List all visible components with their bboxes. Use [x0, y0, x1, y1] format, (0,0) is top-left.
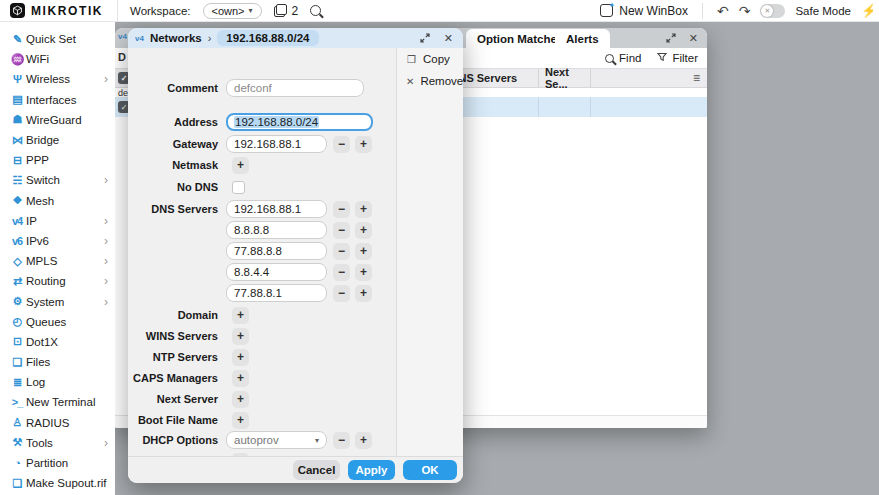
- sidebar-item-files[interactable]: ❏ Files: [0, 352, 115, 372]
- window-count-button[interactable]: 2: [274, 4, 299, 18]
- new-winbox-button[interactable]: ✦ New WinBox: [600, 4, 688, 18]
- dns-server-input-1[interactable]: 192.168.88.1: [226, 200, 327, 218]
- chevron-right-icon: ›: [104, 254, 108, 268]
- dot1x-icon: ⊡: [8, 335, 26, 348]
- radius-user-icon: ♙: [8, 416, 26, 429]
- safe-mode-toggle[interactable]: ✕: [760, 4, 785, 18]
- filter-button[interactable]: Filter: [657, 52, 698, 64]
- dns-server-input-3[interactable]: 77.88.8.8: [226, 242, 327, 260]
- windows-stack-icon: [274, 4, 287, 17]
- column-header-next-server[interactable]: Next Se...: [538, 69, 590, 87]
- field-row-dns-server-5: 77.88.8.1 − +: [128, 284, 372, 302]
- partial-toolbar-button[interactable]: D: [118, 51, 126, 63]
- sidebar-item-wireguard[interactable]: ☗ WireGuard: [0, 110, 115, 130]
- sidebar-item-label: MPLS: [26, 255, 104, 267]
- dns-server-add-button-4[interactable]: +: [355, 264, 372, 281]
- sidebar-item-switch[interactable]: ☵ Switch ›: [0, 170, 115, 190]
- column-menu-icon[interactable]: ≡: [693, 71, 700, 85]
- apply-button[interactable]: Apply: [348, 460, 395, 480]
- sidebar-item-ip[interactable]: v4 IP ›: [0, 211, 115, 231]
- chevron-right-icon: ›: [104, 214, 108, 228]
- filter-icon: [657, 52, 667, 64]
- next-server-add-button[interactable]: +: [232, 391, 249, 408]
- sidebar-item-label: Tools: [26, 437, 104, 449]
- sidebar-item-make-supout[interactable]: ❑ Make Supout.rif: [0, 473, 115, 493]
- sidebar-item-ppp[interactable]: ⊟ PPP: [0, 150, 115, 170]
- workspace-select[interactable]: <own> ▾: [203, 3, 262, 19]
- redo-button[interactable]: ↷: [739, 4, 751, 18]
- chevron-right-icon: ›: [104, 72, 108, 86]
- undo-button[interactable]: ↶: [717, 4, 729, 18]
- sidebar-item-dot1x[interactable]: ⊡ Dot1X: [0, 332, 115, 352]
- dns-server-remove-button-5[interactable]: −: [333, 285, 350, 302]
- ok-button[interactable]: OK: [403, 460, 457, 480]
- network-card-icon: ▤: [8, 93, 26, 106]
- dns-server-input-2[interactable]: 8.8.8.8: [226, 221, 327, 239]
- copy-menu-item[interactable]: ❐ Copy: [397, 48, 463, 70]
- dns-server-add-button-5[interactable]: +: [355, 285, 372, 302]
- expand-dialog-icon[interactable]: [420, 29, 430, 47]
- sidebar-item-label: RADIUS: [26, 417, 108, 429]
- ntp-servers-add-button[interactable]: +: [232, 349, 249, 366]
- sidebar-item-queues[interactable]: ◴ Queues: [0, 312, 115, 332]
- dns-server-remove-button-3[interactable]: −: [333, 243, 350, 260]
- tools-icon: ⚒: [8, 436, 26, 449]
- sidebar-item-new-terminal[interactable]: >_ New Terminal: [0, 392, 115, 412]
- dhcp-options-label: DHCP Options: [128, 434, 226, 446]
- dns-server-add-button-2[interactable]: +: [355, 222, 372, 239]
- dhcp-options-select[interactable]: autoprov ▾: [226, 431, 327, 449]
- dhcp-options-add-button[interactable]: +: [355, 432, 372, 449]
- dns-server-remove-button-4[interactable]: −: [333, 264, 350, 281]
- dns-server-input-4[interactable]: 8.8.4.4: [226, 263, 327, 281]
- dhcp-options-remove-button[interactable]: −: [333, 432, 350, 449]
- wins-servers-add-button[interactable]: +: [232, 328, 249, 345]
- dns-server-remove-button-2[interactable]: −: [333, 222, 350, 239]
- gateway-remove-button[interactable]: −: [333, 136, 350, 153]
- new-winbox-label: New WinBox: [619, 4, 688, 18]
- find-button[interactable]: Find: [605, 52, 641, 64]
- comment-input[interactable]: defconf: [226, 79, 364, 97]
- cancel-button[interactable]: Cancel: [293, 460, 340, 480]
- gateway-input[interactable]: 192.168.88.1: [226, 135, 327, 153]
- ipv4-dialog-icon: v4: [135, 34, 144, 43]
- sidebar-item-mesh[interactable]: ❖ Mesh: [0, 191, 115, 211]
- sidebar-item-log[interactable]: ≣ Log: [0, 372, 115, 392]
- sidebar-item-quick-set[interactable]: ✎ Quick Set: [0, 29, 115, 49]
- sidebar-item-system[interactable]: ⚙ System ›: [0, 291, 115, 311]
- sidebar-item-wireless[interactable]: Ψ Wireless ›: [0, 69, 115, 89]
- dns-server-add-button-1[interactable]: +: [355, 201, 372, 218]
- sidebar-item-radius[interactable]: ♙ RADIUS: [0, 413, 115, 433]
- search-icon[interactable]: [310, 5, 321, 16]
- sidebar-item-label: New Terminal: [26, 396, 108, 408]
- caps-managers-add-button[interactable]: +: [232, 370, 249, 387]
- sidebar-item-wifi[interactable]: ♒ WiFi: [0, 49, 115, 69]
- expand-window-icon[interactable]: [666, 29, 676, 47]
- no-dns-checkbox[interactable]: [232, 181, 245, 194]
- sidebar-item-tools[interactable]: ⚒ Tools ›: [0, 433, 115, 453]
- dns-server-add-button-3[interactable]: +: [355, 243, 372, 260]
- sidebar-item-routing[interactable]: ⇄ Routing ›: [0, 271, 115, 291]
- field-row-boot-file-name: Boot File Name +: [128, 411, 249, 429]
- close-window-icon[interactable]: ✕: [689, 33, 698, 44]
- domain-add-button[interactable]: +: [232, 307, 249, 324]
- sidebar-item-mpls[interactable]: ◇ MPLS ›: [0, 251, 115, 271]
- tab-alerts[interactable]: Alerts: [555, 29, 610, 48]
- sidebar-item-partition[interactable]: ◔ Partition: [0, 453, 115, 473]
- connection-quality-icon[interactable]: ⚡: [861, 3, 873, 18]
- sidebar-item-interfaces[interactable]: ▤ Interfaces: [0, 90, 115, 110]
- sidebar-item-bridge[interactable]: ⋈ Bridge: [0, 130, 115, 150]
- caps-managers-label: CAPS Managers: [128, 372, 226, 384]
- sidebar-item-ipv6[interactable]: v6 IPv6 ›: [0, 231, 115, 251]
- address-input[interactable]: 192.168.88.0/24: [226, 113, 373, 131]
- dns-server-input-5[interactable]: 77.88.8.1: [226, 284, 327, 302]
- remove-menu-item[interactable]: ✕ Remove: [397, 70, 463, 92]
- gateway-add-button[interactable]: +: [355, 136, 372, 153]
- sidebar-item-label: Switch: [26, 174, 104, 186]
- field-row-caps-managers: CAPS Managers +: [128, 369, 249, 387]
- netmask-add-button[interactable]: +: [232, 157, 249, 174]
- dns-server-remove-button-1[interactable]: −: [333, 201, 350, 218]
- close-dialog-icon[interactable]: ✕: [444, 33, 453, 44]
- boot-file-name-add-button[interactable]: +: [232, 412, 249, 429]
- dialog-footer: Cancel Apply OK: [128, 456, 463, 483]
- sidebar-item-label: WireGuard: [26, 114, 108, 126]
